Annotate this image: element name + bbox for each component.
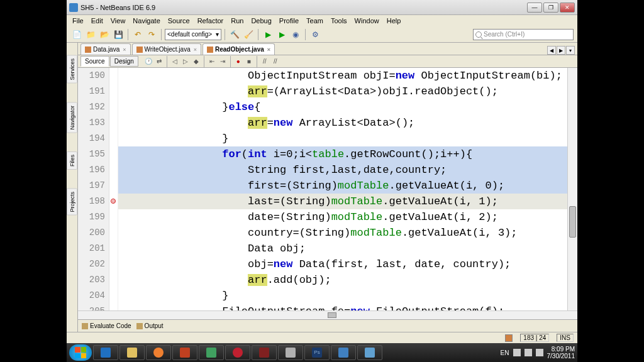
- menu-profile[interactable]: Profile: [276, 16, 302, 25]
- vertical-scrollbar[interactable]: [567, 68, 577, 310]
- taskbar-app5[interactable]: [357, 345, 382, 360]
- code-line[interactable]: arr=new ArrayList<Data>();: [118, 115, 567, 131]
- menu-help[interactable]: Help: [384, 16, 404, 25]
- code-line[interactable]: first=(String)modTable.getValueAt(i, 0);: [118, 178, 567, 194]
- tab-data-java[interactable]: Data.java×: [80, 43, 131, 55]
- output-tab[interactable]: Output: [136, 322, 164, 329]
- save-all-icon[interactable]: 💾: [112, 28, 125, 41]
- tab-prev-button[interactable]: ◀: [547, 46, 556, 55]
- taskbar-app4[interactable]: [278, 345, 303, 360]
- new-file-icon[interactable]: 📄: [70, 28, 83, 41]
- close-icon[interactable]: ×: [194, 47, 197, 53]
- code-area[interactable]: ObjectInputStream objI=new ObjectInputSt…: [118, 68, 567, 310]
- code-line[interactable]: }: [118, 288, 567, 304]
- tab-writeobject-java[interactable]: WriteObject.java×: [132, 43, 201, 55]
- taskbar-explorer[interactable]: [119, 345, 145, 360]
- menu-file[interactable]: File: [69, 16, 87, 25]
- code-line[interactable]: for(int i=0;i<table.getRowCount();i++){: [118, 146, 567, 162]
- maximize-button[interactable]: ❐: [543, 3, 558, 13]
- close-icon[interactable]: ×: [123, 47, 126, 53]
- windows-taskbar: Ps EN 8:09 PM 7/30/2011: [67, 343, 577, 362]
- code-line[interactable]: ObjectInputStream objI=new ObjectInputSt…: [118, 68, 567, 84]
- taskbar-netbeans[interactable]: [331, 345, 356, 360]
- history-icon[interactable]: 🕐: [143, 57, 153, 67]
- horizontal-scrollbar[interactable]: [78, 310, 577, 319]
- new-project-icon[interactable]: 📁: [84, 28, 97, 41]
- menu-run[interactable]: Run: [228, 16, 247, 25]
- code-line[interactable]: arr.add(obj);: [118, 272, 567, 288]
- redo-icon[interactable]: ↷: [145, 28, 158, 41]
- tab-next-button[interactable]: ▶: [557, 46, 565, 55]
- menu-team[interactable]: Team: [303, 16, 326, 25]
- profile-icon[interactable]: ◉: [289, 28, 302, 41]
- lang-indicator[interactable]: EN: [501, 349, 509, 356]
- taskbar-app3[interactable]: [252, 345, 277, 360]
- menu-tools[interactable]: Tools: [328, 16, 350, 25]
- diff-icon[interactable]: ⇄: [154, 57, 164, 67]
- code-line[interactable]: last=(String)modTable.getValueAt(i, 1);: [118, 194, 567, 209]
- taskbar-app1[interactable]: [172, 345, 197, 360]
- design-tab[interactable]: Design: [110, 56, 138, 67]
- toggle-bookmark-icon[interactable]: ◆: [191, 57, 201, 67]
- open-icon[interactable]: 📂: [98, 28, 111, 41]
- clean-build-icon[interactable]: 🧹: [242, 28, 255, 41]
- taskbar-app2[interactable]: [199, 345, 224, 360]
- shift-right-icon[interactable]: ⇥: [218, 57, 228, 67]
- tray-flag-icon[interactable]: [513, 349, 521, 356]
- prev-bookmark-icon[interactable]: ◁: [170, 57, 180, 67]
- menu-debug[interactable]: Debug: [248, 16, 274, 25]
- sidebar-projects[interactable]: Projects: [67, 189, 77, 216]
- sidebar-navigator[interactable]: Navigator: [67, 102, 77, 133]
- source-tab[interactable]: Source: [80, 56, 109, 67]
- code-line[interactable]: obj=new Data(first, last, date, country)…: [118, 256, 567, 272]
- status-warning-icon[interactable]: [505, 334, 513, 342]
- run-icon[interactable]: ▶: [262, 28, 274, 41]
- close-icon[interactable]: ×: [267, 47, 270, 53]
- file-tab-bar: Data.java× WriteObject.java× ReadObject.…: [78, 43, 577, 55]
- code-line[interactable]: String first,last,date,country;: [118, 162, 567, 178]
- debug-icon[interactable]: ▶: [275, 28, 288, 41]
- menu-edit[interactable]: Edit: [88, 16, 106, 25]
- sidebar-services[interactable]: Services: [67, 55, 77, 84]
- taskbar-photoshop[interactable]: Ps: [304, 345, 330, 360]
- taskbar-mediaplayer[interactable]: [146, 345, 171, 360]
- macro-stop-icon[interactable]: ■: [244, 57, 254, 67]
- tray-network-icon[interactable]: [525, 349, 532, 356]
- code-line[interactable]: FileOutputStream fo=new FileOutputStream…: [118, 304, 567, 310]
- config-combo[interactable]: <default config>▾: [165, 29, 221, 40]
- evaluate-code-tab[interactable]: Evaluate Code: [82, 322, 131, 329]
- clock[interactable]: 8:09 PM 7/30/2011: [547, 346, 575, 359]
- code-line[interactable]: country=(String)modTable.getValueAt(i, 3…: [118, 225, 567, 241]
- code-line[interactable]: arr=(ArrayList<Data>)objI.readObject();: [118, 84, 567, 99]
- uncomment-icon[interactable]: //: [270, 57, 280, 67]
- scroll-thumb[interactable]: [328, 312, 336, 318]
- shift-left-icon[interactable]: ⇤: [207, 57, 217, 67]
- code-editor[interactable]: 1901911921931941951961971981992002012022…: [78, 68, 577, 310]
- tab-readobject-java[interactable]: ReadObject.java×: [203, 43, 275, 55]
- code-line[interactable]: Data obj;: [118, 241, 567, 256]
- code-line[interactable]: date=(String)modTable.getValueAt(i, 2);: [118, 209, 567, 225]
- taskbar-ie[interactable]: [93, 345, 118, 360]
- tray-volume-icon[interactable]: [536, 349, 543, 356]
- attach-icon[interactable]: ⚙: [309, 28, 321, 41]
- code-line[interactable]: }else{: [118, 99, 567, 115]
- sidebar-files[interactable]: Files: [67, 151, 77, 170]
- menu-refactor[interactable]: Refactor: [194, 16, 227, 25]
- quick-search-input[interactable]: Search (Ctrl+I): [473, 29, 574, 40]
- comment-icon[interactable]: //: [260, 57, 270, 67]
- menu-navigate[interactable]: Navigate: [130, 16, 163, 25]
- close-button[interactable]: ✕: [560, 3, 575, 13]
- taskbar-opera[interactable]: [225, 345, 250, 360]
- next-bookmark-icon[interactable]: ▷: [180, 57, 191, 67]
- minimize-button[interactable]: —: [527, 3, 542, 13]
- tab-list-button[interactable]: ▾: [566, 46, 575, 55]
- start-button[interactable]: [69, 344, 92, 361]
- menu-view[interactable]: View: [108, 16, 129, 25]
- build-icon[interactable]: 🔨: [228, 28, 241, 41]
- code-line[interactable]: }: [118, 131, 567, 146]
- scroll-thumb[interactable]: [569, 206, 576, 238]
- menu-window[interactable]: Window: [352, 16, 382, 25]
- menu-source[interactable]: Source: [165, 16, 193, 25]
- undo-icon[interactable]: ↶: [131, 28, 144, 41]
- macro-record-icon[interactable]: ●: [233, 57, 243, 67]
